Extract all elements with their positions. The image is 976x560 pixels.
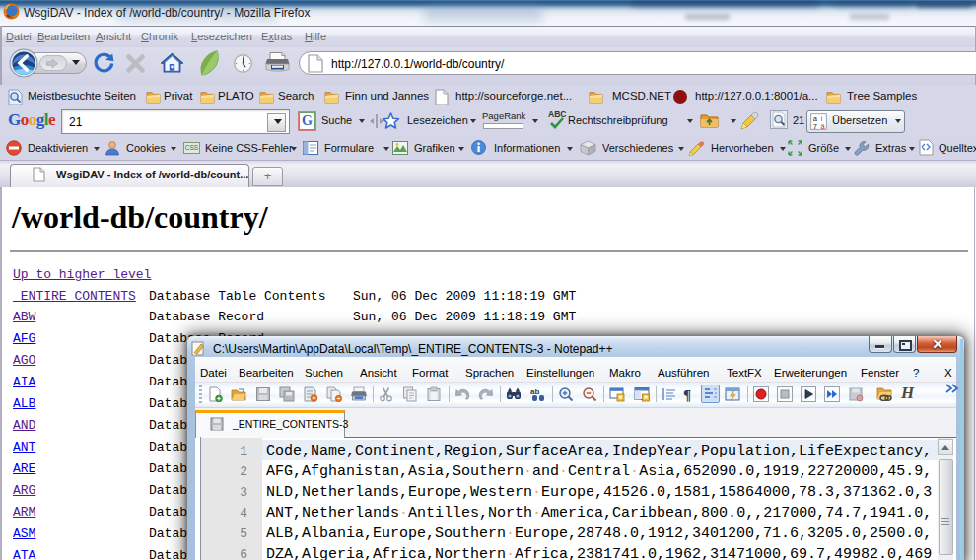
svg-text:7: 7 bbox=[813, 122, 817, 130]
svg-text:¶: ¶ bbox=[683, 387, 691, 403]
svg-text:H: H bbox=[900, 384, 915, 399]
svg-text:ab: ab bbox=[530, 387, 539, 396]
